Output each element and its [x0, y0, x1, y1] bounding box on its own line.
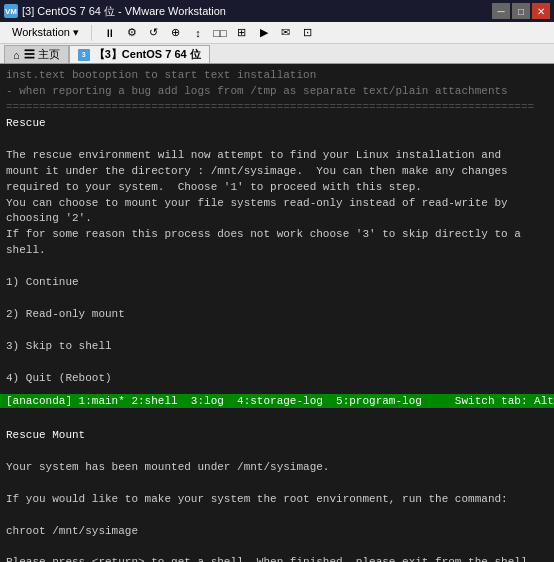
workstation-menu[interactable]: Workstation ▾ [4, 24, 87, 41]
minimize-button[interactable]: ─ [492, 3, 510, 19]
terminal-blank [6, 412, 548, 428]
terminal-line: - when reporting a bug add logs from /tm… [6, 84, 548, 100]
terminal-line: choosing '2'. [6, 211, 548, 227]
terminal-blank [6, 132, 548, 148]
settings-button[interactable]: ⚙ [122, 24, 142, 42]
title-bar-controls: ─ □ ✕ [492, 3, 550, 19]
title-bar-left: VM [3] CentOS 7 64 位 - VMware Workstatio… [4, 4, 226, 19]
terminal-blank [6, 540, 548, 556]
terminal-blank [6, 291, 548, 307]
status-bar-text: [anaconda] 1:main* 2:shell 3:log 4:stora… [6, 395, 554, 407]
tab-bar: ⌂ ☰ 主页 3 【3】CentOS 7 64 位 [0, 44, 554, 64]
toolbar-icons: ⏸ ⚙ ↺ ⊕ ↕ □□ ⊞ ▶ ✉ ⊡ [100, 24, 318, 42]
terminal-blank [6, 387, 548, 394]
refresh-button[interactable]: ↺ [144, 24, 164, 42]
title-bar: VM [3] CentOS 7 64 位 - VMware Workstatio… [0, 0, 554, 22]
vm-tab[interactable]: 3 【3】CentOS 7 64 位 [69, 45, 210, 63]
vm-icon: VM [4, 4, 18, 18]
terminal-separator: ========================================… [6, 100, 548, 116]
windows-button[interactable]: □□ [210, 24, 230, 42]
home-tab[interactable]: ⌂ ☰ 主页 [4, 45, 69, 63]
terminal-blank [6, 508, 548, 524]
mail-button[interactable]: ✉ [276, 24, 296, 42]
terminal-chroot-cmd: chroot /mnt/sysimage [6, 524, 548, 540]
screen-button[interactable]: ⊡ [298, 24, 318, 42]
vm-icon-text: VM [5, 7, 17, 16]
grid-button[interactable]: ⊞ [232, 24, 252, 42]
terminal-rescue-mount: Rescue Mount [6, 428, 548, 444]
play-button[interactable]: ▶ [254, 24, 274, 42]
main-content: inst.text bootoption to start text insta… [0, 64, 554, 562]
terminal-line: required to your system. Choose '1' to p… [6, 180, 548, 196]
resize-button[interactable]: ↕ [188, 24, 208, 42]
terminal-blank [6, 444, 548, 460]
terminal-blank [6, 355, 548, 371]
pause-button[interactable]: ⏸ [100, 24, 120, 42]
terminal-top[interactable]: inst.text bootoption to start text insta… [0, 64, 554, 394]
terminal-blank [6, 476, 548, 492]
terminal-line: mount it under the directory : /mnt/sysi… [6, 164, 548, 180]
terminal-line: inst.text bootoption to start text insta… [6, 68, 548, 84]
home-tab-label: ☰ 主页 [24, 47, 60, 62]
terminal-status-bar: [anaconda] 1:main* 2:shell 3:log 4:stora… [0, 394, 554, 408]
terminal-line: If for some reason this process does not… [6, 227, 548, 243]
vm-tab-label: 【3】CentOS 7 64 位 [94, 47, 201, 62]
add-button[interactable]: ⊕ [166, 24, 186, 42]
terminal-bottom[interactable]: Rescue Mount Your system has been mounte… [0, 408, 554, 562]
terminal-option-3: 3) Skip to shell [6, 339, 548, 355]
terminal-line: shell. [6, 243, 548, 259]
menu-separator [91, 25, 92, 41]
window-title: [3] CentOS 7 64 位 - VMware Workstation [22, 4, 226, 19]
terminal-line: You can choose to mount your file system… [6, 196, 548, 212]
terminal-line: If you would like to make your system th… [6, 492, 548, 508]
workstation-label: Workstation ▾ [12, 26, 79, 39]
terminal-option-1: 1) Continue [6, 275, 548, 291]
terminal-line: The rescue environment will now attempt … [6, 148, 548, 164]
terminal-line: Your system has been mounted under /mnt/… [6, 460, 548, 476]
maximize-button[interactable]: □ [512, 3, 530, 19]
terminal-rescue-header: Rescue [6, 116, 548, 132]
close-button[interactable]: ✕ [532, 3, 550, 19]
terminal-blank [6, 259, 548, 275]
home-icon: ⌂ [13, 49, 20, 61]
vm-tab-icon: 3 [78, 49, 90, 61]
terminal-option-4: 4) Quit (Reboot) [6, 371, 548, 387]
terminal-blank [6, 323, 548, 339]
terminal-option-2: 2) Read-only mount [6, 307, 548, 323]
menu-bar: Workstation ▾ ⏸ ⚙ ↺ ⊕ ↕ □□ ⊞ ▶ ✉ ⊡ [0, 22, 554, 44]
